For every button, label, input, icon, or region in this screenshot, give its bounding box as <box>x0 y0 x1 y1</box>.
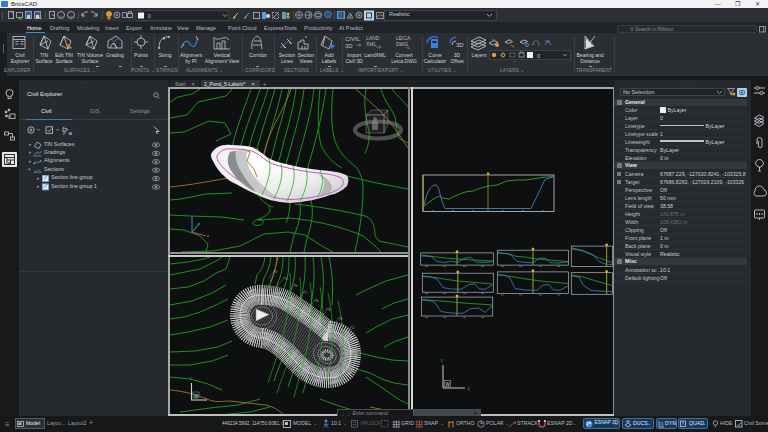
svg-text:30: 30 <box>272 269 278 275</box>
svg-text:3D: 3D <box>456 42 464 48</box>
svg-text:28: 28 <box>292 282 298 288</box>
svg-text:0: 0 <box>537 53 540 59</box>
svg-text:Y: Y <box>441 359 444 364</box>
svg-text:CIVIL: CIVIL <box>345 36 361 42</box>
svg-text:Y: Y <box>190 377 193 382</box>
svg-text:X: X <box>467 387 470 392</box>
svg-text:XML: XML <box>366 41 377 47</box>
svg-text:3D: 3D <box>345 43 353 49</box>
svg-text:DWG: DWG <box>396 41 408 47</box>
svg-text:0: 0 <box>148 13 151 19</box>
svg-text:25: 25 <box>325 306 331 312</box>
svg-text:26: 26 <box>313 297 319 303</box>
